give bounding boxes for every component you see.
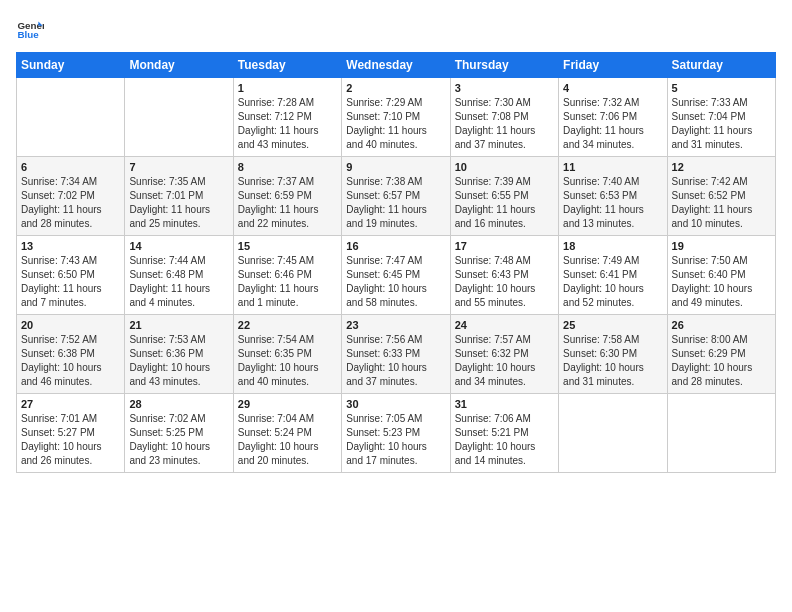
day-info: Sunrise: 7:49 AM Sunset: 6:41 PM Dayligh… (563, 254, 662, 310)
day-number: 13 (21, 240, 120, 252)
day-info: Sunrise: 7:04 AM Sunset: 5:24 PM Dayligh… (238, 412, 337, 468)
day-info: Sunrise: 7:44 AM Sunset: 6:48 PM Dayligh… (129, 254, 228, 310)
day-number: 3 (455, 82, 554, 94)
day-info: Sunrise: 7:02 AM Sunset: 5:25 PM Dayligh… (129, 412, 228, 468)
day-cell: 28Sunrise: 7:02 AM Sunset: 5:25 PM Dayli… (125, 394, 233, 473)
day-cell: 25Sunrise: 7:58 AM Sunset: 6:30 PM Dayli… (559, 315, 667, 394)
day-info: Sunrise: 7:34 AM Sunset: 7:02 PM Dayligh… (21, 175, 120, 231)
day-info: Sunrise: 7:47 AM Sunset: 6:45 PM Dayligh… (346, 254, 445, 310)
header-cell-friday: Friday (559, 53, 667, 78)
day-info: Sunrise: 7:50 AM Sunset: 6:40 PM Dayligh… (672, 254, 771, 310)
day-number: 20 (21, 319, 120, 331)
header-cell-saturday: Saturday (667, 53, 775, 78)
day-cell: 2Sunrise: 7:29 AM Sunset: 7:10 PM Daylig… (342, 78, 450, 157)
day-info: Sunrise: 7:40 AM Sunset: 6:53 PM Dayligh… (563, 175, 662, 231)
day-number: 5 (672, 82, 771, 94)
day-number: 30 (346, 398, 445, 410)
day-cell: 17Sunrise: 7:48 AM Sunset: 6:43 PM Dayli… (450, 236, 558, 315)
logo-icon: General Blue (16, 16, 44, 44)
day-info: Sunrise: 7:30 AM Sunset: 7:08 PM Dayligh… (455, 96, 554, 152)
day-cell: 20Sunrise: 7:52 AM Sunset: 6:38 PM Dayli… (17, 315, 125, 394)
day-cell (125, 78, 233, 157)
day-cell (17, 78, 125, 157)
svg-text:Blue: Blue (17, 29, 39, 40)
day-cell (667, 394, 775, 473)
day-info: Sunrise: 7:35 AM Sunset: 7:01 PM Dayligh… (129, 175, 228, 231)
day-info: Sunrise: 7:38 AM Sunset: 6:57 PM Dayligh… (346, 175, 445, 231)
day-number: 26 (672, 319, 771, 331)
day-number: 18 (563, 240, 662, 252)
day-info: Sunrise: 7:28 AM Sunset: 7:12 PM Dayligh… (238, 96, 337, 152)
day-number: 1 (238, 82, 337, 94)
day-number: 28 (129, 398, 228, 410)
day-info: Sunrise: 7:39 AM Sunset: 6:55 PM Dayligh… (455, 175, 554, 231)
week-row-4: 20Sunrise: 7:52 AM Sunset: 6:38 PM Dayli… (17, 315, 776, 394)
day-number: 17 (455, 240, 554, 252)
day-info: Sunrise: 7:06 AM Sunset: 5:21 PM Dayligh… (455, 412, 554, 468)
day-number: 22 (238, 319, 337, 331)
day-number: 7 (129, 161, 228, 173)
day-number: 24 (455, 319, 554, 331)
day-info: Sunrise: 7:05 AM Sunset: 5:23 PM Dayligh… (346, 412, 445, 468)
day-cell: 3Sunrise: 7:30 AM Sunset: 7:08 PM Daylig… (450, 78, 558, 157)
day-number: 10 (455, 161, 554, 173)
day-cell: 4Sunrise: 7:32 AM Sunset: 7:06 PM Daylig… (559, 78, 667, 157)
day-cell: 31Sunrise: 7:06 AM Sunset: 5:21 PM Dayli… (450, 394, 558, 473)
week-row-1: 1Sunrise: 7:28 AM Sunset: 7:12 PM Daylig… (17, 78, 776, 157)
day-info: Sunrise: 7:58 AM Sunset: 6:30 PM Dayligh… (563, 333, 662, 389)
day-number: 16 (346, 240, 445, 252)
day-cell: 14Sunrise: 7:44 AM Sunset: 6:48 PM Dayli… (125, 236, 233, 315)
day-number: 14 (129, 240, 228, 252)
day-cell: 1Sunrise: 7:28 AM Sunset: 7:12 PM Daylig… (233, 78, 341, 157)
day-cell: 26Sunrise: 8:00 AM Sunset: 6:29 PM Dayli… (667, 315, 775, 394)
day-cell: 21Sunrise: 7:53 AM Sunset: 6:36 PM Dayli… (125, 315, 233, 394)
day-cell: 27Sunrise: 7:01 AM Sunset: 5:27 PM Dayli… (17, 394, 125, 473)
day-number: 2 (346, 82, 445, 94)
header-cell-wednesday: Wednesday (342, 53, 450, 78)
day-info: Sunrise: 7:48 AM Sunset: 6:43 PM Dayligh… (455, 254, 554, 310)
day-info: Sunrise: 7:54 AM Sunset: 6:35 PM Dayligh… (238, 333, 337, 389)
day-cell: 29Sunrise: 7:04 AM Sunset: 5:24 PM Dayli… (233, 394, 341, 473)
day-number: 11 (563, 161, 662, 173)
header-cell-thursday: Thursday (450, 53, 558, 78)
page-header: General Blue (16, 16, 776, 44)
week-row-3: 13Sunrise: 7:43 AM Sunset: 6:50 PM Dayli… (17, 236, 776, 315)
day-info: Sunrise: 7:43 AM Sunset: 6:50 PM Dayligh… (21, 254, 120, 310)
day-cell: 13Sunrise: 7:43 AM Sunset: 6:50 PM Dayli… (17, 236, 125, 315)
day-cell: 8Sunrise: 7:37 AM Sunset: 6:59 PM Daylig… (233, 157, 341, 236)
day-info: Sunrise: 7:37 AM Sunset: 6:59 PM Dayligh… (238, 175, 337, 231)
day-info: Sunrise: 7:01 AM Sunset: 5:27 PM Dayligh… (21, 412, 120, 468)
day-number: 8 (238, 161, 337, 173)
day-info: Sunrise: 8:00 AM Sunset: 6:29 PM Dayligh… (672, 333, 771, 389)
calendar-table: SundayMondayTuesdayWednesdayThursdayFrid… (16, 52, 776, 473)
day-cell: 12Sunrise: 7:42 AM Sunset: 6:52 PM Dayli… (667, 157, 775, 236)
day-info: Sunrise: 7:29 AM Sunset: 7:10 PM Dayligh… (346, 96, 445, 152)
day-number: 6 (21, 161, 120, 173)
day-info: Sunrise: 7:53 AM Sunset: 6:36 PM Dayligh… (129, 333, 228, 389)
day-number: 27 (21, 398, 120, 410)
day-cell: 19Sunrise: 7:50 AM Sunset: 6:40 PM Dayli… (667, 236, 775, 315)
day-cell: 23Sunrise: 7:56 AM Sunset: 6:33 PM Dayli… (342, 315, 450, 394)
day-cell: 30Sunrise: 7:05 AM Sunset: 5:23 PM Dayli… (342, 394, 450, 473)
header-cell-monday: Monday (125, 53, 233, 78)
day-cell: 7Sunrise: 7:35 AM Sunset: 7:01 PM Daylig… (125, 157, 233, 236)
day-cell: 16Sunrise: 7:47 AM Sunset: 6:45 PM Dayli… (342, 236, 450, 315)
day-cell: 5Sunrise: 7:33 AM Sunset: 7:04 PM Daylig… (667, 78, 775, 157)
day-number: 9 (346, 161, 445, 173)
day-number: 21 (129, 319, 228, 331)
week-row-5: 27Sunrise: 7:01 AM Sunset: 5:27 PM Dayli… (17, 394, 776, 473)
day-info: Sunrise: 7:33 AM Sunset: 7:04 PM Dayligh… (672, 96, 771, 152)
day-info: Sunrise: 7:45 AM Sunset: 6:46 PM Dayligh… (238, 254, 337, 310)
day-info: Sunrise: 7:57 AM Sunset: 6:32 PM Dayligh… (455, 333, 554, 389)
day-cell: 22Sunrise: 7:54 AM Sunset: 6:35 PM Dayli… (233, 315, 341, 394)
day-cell (559, 394, 667, 473)
day-cell: 15Sunrise: 7:45 AM Sunset: 6:46 PM Dayli… (233, 236, 341, 315)
header-cell-tuesday: Tuesday (233, 53, 341, 78)
header-cell-sunday: Sunday (17, 53, 125, 78)
day-number: 15 (238, 240, 337, 252)
logo: General Blue (16, 16, 46, 44)
day-number: 31 (455, 398, 554, 410)
day-number: 29 (238, 398, 337, 410)
day-cell: 24Sunrise: 7:57 AM Sunset: 6:32 PM Dayli… (450, 315, 558, 394)
day-number: 19 (672, 240, 771, 252)
